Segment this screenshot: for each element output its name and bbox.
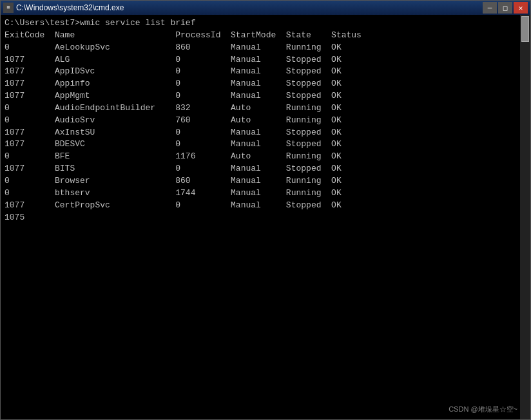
terminal-output: C:\Users\test7>wmic service list brief E…: [5, 17, 526, 224]
cmd-window: ■ C:\Windows\system32\cmd.exe ─ □ ✕ C:\U…: [0, 0, 531, 420]
title-bar: ■ C:\Windows\system32\cmd.exe ─ □ ✕: [1, 1, 530, 15]
title-bar-left: ■ C:\Windows\system32\cmd.exe: [3, 3, 124, 13]
terminal-area[interactable]: C:\Users\test7>wmic service list brief E…: [1, 15, 530, 419]
watermark: CSDN @堆垛星☆空~: [449, 405, 517, 414]
window-title: C:\Windows\system32\cmd.exe: [16, 3, 124, 12]
window-controls: ─ □ ✕: [483, 2, 528, 14]
maximize-button[interactable]: □: [498, 2, 512, 14]
scrollbar[interactable]: [520, 15, 530, 419]
scrollbar-thumb[interactable]: [521, 16, 529, 42]
minimize-button[interactable]: ─: [483, 2, 497, 14]
close-button[interactable]: ✕: [514, 2, 528, 14]
cmd-icon: ■: [3, 3, 14, 13]
